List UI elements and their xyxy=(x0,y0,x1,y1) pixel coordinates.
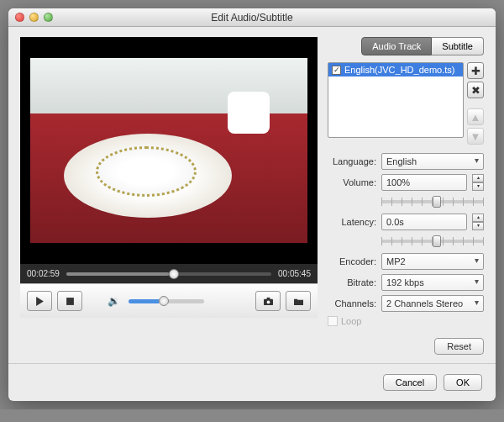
play-button[interactable] xyxy=(27,291,52,311)
open-folder-button[interactable] xyxy=(286,291,311,311)
volume-input[interactable]: 100% xyxy=(381,174,467,191)
latency-label: Latency: xyxy=(328,217,376,227)
volume-slider-2[interactable] xyxy=(381,195,484,208)
svg-point-3 xyxy=(266,300,270,303)
language-select[interactable]: English xyxy=(381,153,484,170)
time-current: 00:02:59 xyxy=(27,269,60,278)
video-preview xyxy=(20,37,318,264)
volume-slider[interactable] xyxy=(129,299,204,303)
tab-subtitle[interactable]: Subtitle xyxy=(432,37,484,55)
titlebar[interactable]: Edit Audio/Subtitle xyxy=(8,8,496,27)
tab-audio-track[interactable]: Audio Track xyxy=(361,37,432,55)
time-duration: 00:05:45 xyxy=(278,269,311,278)
track-list-item[interactable]: ✓ English(JVC_HD_demo.ts) xyxy=(328,63,463,76)
language-label: Language: xyxy=(328,156,376,166)
svg-rect-0 xyxy=(66,298,74,305)
volume-stepper[interactable]: ▴▾ xyxy=(472,174,484,191)
encoder-select[interactable]: MP2 xyxy=(381,253,484,270)
speaker-icon: 🔉 xyxy=(108,295,120,307)
cancel-button[interactable]: Cancel xyxy=(383,374,437,391)
ok-button[interactable]: OK xyxy=(444,374,482,391)
move-up-button[interactable]: ▲ xyxy=(467,108,484,125)
track-label: English(JVC_HD_demo.ts) xyxy=(344,65,454,75)
window-title: Edit Audio/Subtitle xyxy=(8,12,496,24)
encoder-label: Encoder: xyxy=(328,256,376,266)
loop-checkbox[interactable] xyxy=(328,316,338,326)
bitrate-select[interactable]: 192 kbps xyxy=(381,274,484,291)
volume-label: Volume: xyxy=(328,177,376,187)
bitrate-label: Bitrate: xyxy=(328,277,376,287)
loop-label: Loop xyxy=(341,316,361,326)
edit-audio-window: Edit Audio/Subtitle 00:02:59 00:05:45 xyxy=(8,8,496,401)
track-checkbox[interactable]: ✓ xyxy=(332,66,341,75)
channels-select[interactable]: 2 Channels Stereo xyxy=(381,295,484,312)
latency-stepper[interactable]: ▴▾ xyxy=(472,214,484,230)
add-track-button[interactable]: ✚ xyxy=(467,62,484,79)
latency-slider[interactable] xyxy=(381,235,484,248)
track-list[interactable]: ✓ English(JVC_HD_demo.ts) xyxy=(328,62,464,138)
snapshot-button[interactable] xyxy=(255,291,281,311)
remove-track-button[interactable]: ✖ xyxy=(467,82,484,98)
channels-label: Channels: xyxy=(328,298,376,309)
move-down-button[interactable]: ▼ xyxy=(467,128,484,145)
latency-input[interactable]: 0.0s xyxy=(381,214,467,230)
seek-slider[interactable] xyxy=(66,272,271,276)
stop-button[interactable] xyxy=(57,291,82,311)
svg-rect-2 xyxy=(266,297,270,299)
reset-button[interactable]: Reset xyxy=(434,338,484,355)
